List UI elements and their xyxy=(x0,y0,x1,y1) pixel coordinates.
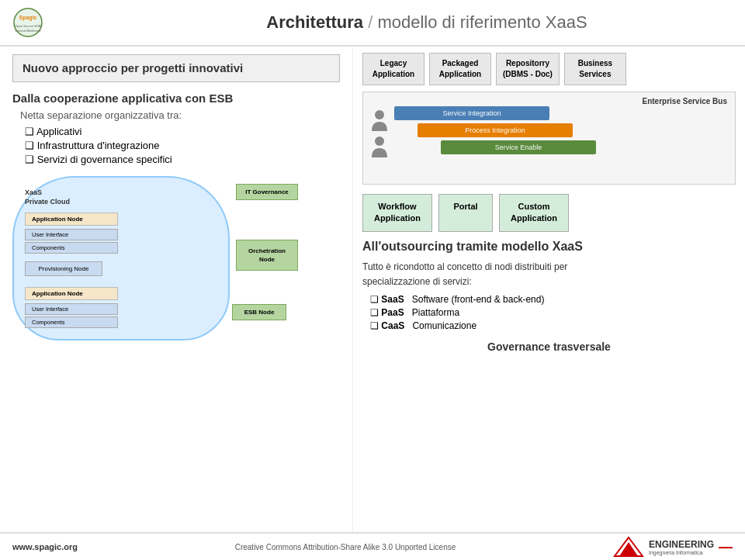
orchestration-node: Orchetration Node xyxy=(236,240,298,271)
banner-title: Nuovo approccio per progetti innovativi xyxy=(23,61,243,74)
user-interface-top: User Interface xyxy=(25,229,118,240)
footer-dash: — xyxy=(719,539,733,555)
engineering-sub: Ingegneria Informatica xyxy=(649,550,714,555)
footer-brand: ENGINEERING Ingegneria Informatica — xyxy=(613,536,733,558)
cloud-private-cloud: XaaS Private Cloud Application Node User… xyxy=(12,176,230,340)
footer-license: Creative Commons Attribution-Share Alike… xyxy=(235,543,456,551)
esb-diagram: Enterprise Service Bus Serv xyxy=(362,92,736,185)
components-bottom: Components xyxy=(25,316,118,328)
app-types-row: LegacyApplication PackagedApplication Re… xyxy=(362,53,736,85)
portal-box: Portal xyxy=(438,194,493,232)
header-title: Architettura / modello di riferimento Xa… xyxy=(121,12,733,33)
sub-title: Netta separazione organizzativa tra: xyxy=(20,109,340,121)
esb-block-service-integration: Service Integration xyxy=(394,106,549,120)
service-saas: ❑ SaaS Software (front-end & back-end) xyxy=(370,294,736,305)
svg-marker-7 xyxy=(619,542,638,556)
right-panel: LegacyApplication PackagedApplication Re… xyxy=(353,47,745,532)
engineering-logo-icon xyxy=(613,536,644,558)
person-icon-1 xyxy=(371,109,388,131)
person-icons xyxy=(371,106,388,157)
outsourcing-desc1: Tutto è ricondotto al concetto di nodi d… xyxy=(362,260,736,275)
list-item: ❑ Applicativi xyxy=(25,126,340,137)
footer-website: www.spagic.org xyxy=(12,542,78,551)
esb-block-process-integration: Process Integration xyxy=(418,123,573,137)
esb-node: ESB Node xyxy=(232,304,286,320)
cloud-label: XaaS Private Cloud xyxy=(25,188,216,206)
workflow-app-box: WorkflowApplication xyxy=(362,194,432,232)
svg-point-5 xyxy=(375,137,384,146)
banner: Nuovo approccio per progetti innovativi xyxy=(12,54,340,82)
list-item: ❑ Infrastruttura d'integrazione xyxy=(25,140,340,151)
app-node-bottom: Application Node xyxy=(25,287,118,300)
service-paas: ❑ PaaS Piattaforma xyxy=(370,307,736,318)
person-icon-2 xyxy=(371,136,388,157)
outsourcing-section: All'outsourcing tramite modello XaaS Tut… xyxy=(362,240,736,331)
service-list: ❑ SaaS Software (front-end & back-end) ❑… xyxy=(362,294,736,331)
app-type-business: BusinessServices xyxy=(564,53,626,85)
footer: www.spagic.org Creative Commons Attribut… xyxy=(0,532,745,560)
svg-text:Spagic: Spagic xyxy=(19,15,37,21)
provisioning-node: Provisioning Node xyxy=(25,261,102,276)
user-interface-bottom: User Interface xyxy=(25,303,118,315)
bullet-list: ❑ Applicativi ❑ Infrastruttura d'integra… xyxy=(12,126,340,165)
esb-block-service-enable: Service Enable xyxy=(441,140,596,154)
it-governance-box: IT Governance xyxy=(236,184,298,200)
service-caas: ❑ CaaS Comunicazione xyxy=(370,320,736,331)
app-type-packaged: PackagedApplication xyxy=(429,53,491,85)
app-type-repository: Repositorry(DBMS - Doc) xyxy=(496,53,560,85)
section-title: Dalla cooperazione applicativa con ESB xyxy=(12,92,340,105)
svg-text:Open Source SOA: Open Source SOA xyxy=(15,24,40,28)
spagic-logo-icon: Spagic Open Source SOA Universal Middlew… xyxy=(12,7,43,38)
list-item: ❑ Servizi di governance specifici xyxy=(25,154,340,165)
components-top: Components xyxy=(25,242,118,254)
outsourcing-desc2: specializzazione di servizi: xyxy=(362,275,736,289)
custom-app-box: CustomApplication xyxy=(499,194,569,232)
esb-label: Enterprise Service Bus xyxy=(643,97,728,105)
app-node-top: Application Node xyxy=(25,213,118,226)
logo-area: Spagic Open Source SOA Universal Middlew… xyxy=(12,7,121,38)
svg-point-4 xyxy=(375,110,384,119)
governance-label: Governance trasversale xyxy=(362,340,736,353)
left-panel: Nuovo approccio per progetti innovativi … xyxy=(0,47,353,532)
svg-text:Universal Middleware: Universal Middleware xyxy=(15,29,41,33)
app-type-legacy: LegacyApplication xyxy=(362,53,424,85)
outsourcing-title: All'outsourcing tramite modello XaaS xyxy=(362,240,736,254)
engineering-brand-text: ENGINEERING xyxy=(649,539,714,550)
